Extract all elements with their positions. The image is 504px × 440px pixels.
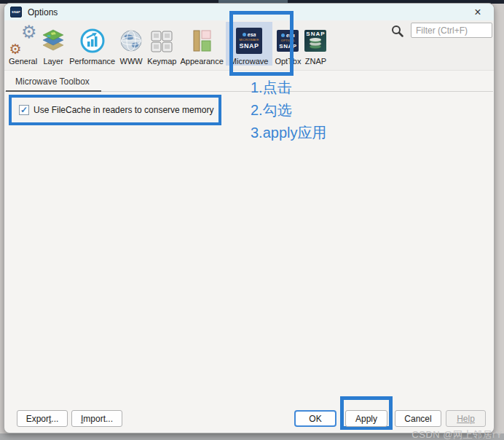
- toolbar-item-label: Keymap: [147, 57, 176, 66]
- toolbar-item-label: WWW: [120, 57, 143, 66]
- layers-icon: [41, 29, 66, 52]
- tab-microwave-toolbox[interactable]: Microwave Toolbox: [15, 76, 90, 87]
- import-button[interactable]: Import...: [71, 410, 122, 427]
- toolbar-item-microwave[interactable]: esa MICROWAVE SNAP Microwave: [226, 22, 273, 66]
- toolbar-item-label: General: [9, 57, 37, 66]
- toolbar-item-general[interactable]: ⚙⚙ General: [7, 22, 39, 66]
- keyboard-icon: [149, 28, 174, 53]
- window-title: Options: [28, 7, 58, 17]
- cancel-button[interactable]: Cancel: [395, 410, 441, 427]
- esa-snap-optical-icon: esa OPTICAL SNAP: [277, 30, 299, 52]
- annotation-steps: 1.点击 2.勾选 3.apply应用: [251, 76, 327, 144]
- search-icon: [391, 25, 403, 37]
- filecache-checkbox-row[interactable]: ✓ Use FileCache in readers to conserve m…: [19, 105, 213, 115]
- selected-tab-underline: [6, 90, 101, 92]
- options-dialog: SNAP Options × ⚙⚙ General Layer: [4, 3, 495, 433]
- toolbar-item-label: Layer: [43, 57, 63, 66]
- toolbar-item-label: Microwave: [230, 57, 269, 66]
- title-bar[interactable]: SNAP Options ×: [4, 4, 494, 20]
- toolbar-item-label: Appearance: [180, 57, 223, 66]
- toolbar-item-label: ZNAP: [305, 57, 326, 66]
- annotation-step-1: 1.点击: [251, 76, 327, 99]
- help-button[interactable]: Help: [446, 410, 486, 427]
- toolbar-item-layer[interactable]: Layer: [39, 22, 67, 66]
- toolbar-item-www[interactable]: WWW: [117, 22, 145, 66]
- globe-icon: [119, 28, 143, 53]
- annotation-step-3: 3.apply应用: [251, 122, 327, 144]
- performance-gauge-icon: [79, 28, 106, 54]
- checkbox-icon[interactable]: ✓: [19, 105, 29, 115]
- close-icon[interactable]: ×: [470, 5, 485, 20]
- esa-snap-microwave-icon: esa MICROWAVE SNAP: [236, 28, 262, 54]
- checkbox-highlight-rect: ✓ Use FileCache in readers to conserve m…: [9, 95, 221, 125]
- apply-button[interactable]: Apply: [345, 410, 387, 427]
- annotation-step-2: 2.勾选: [251, 99, 327, 122]
- toolbar-item-label: OptTbx: [275, 57, 301, 66]
- toolbar-item-appearance[interactable]: Appearance: [178, 22, 224, 66]
- toolbar-item-opttbx[interactable]: esa OPTICAL SNAP OptTbx: [273, 22, 302, 66]
- toolbar-item-label: Performance: [69, 57, 115, 66]
- toolbar-item-keymap[interactable]: Keymap: [146, 22, 178, 66]
- ok-button[interactable]: OK: [294, 410, 336, 427]
- snap-logo-icon: SNAP: [10, 7, 22, 17]
- export-button[interactable]: Export...: [17, 410, 68, 427]
- esa-dot: [281, 34, 285, 37]
- database-stack-icon: [308, 37, 323, 50]
- checkbox-label: Use FileCache in readers to conserve mem…: [34, 105, 213, 115]
- check-mark-icon: ✓: [20, 106, 28, 114]
- esa-dot: [243, 33, 246, 36]
- watermark: CSDN @网上邻居rY: [412, 428, 503, 440]
- toolbar-item-znap[interactable]: SNAP ZNAP: [303, 22, 328, 66]
- filter-input[interactable]: [411, 23, 492, 38]
- layout-icon: [191, 28, 213, 53]
- toolbar-item-performance[interactable]: Performance: [68, 22, 117, 66]
- gears-icon: ⚙⚙: [10, 28, 36, 54]
- snap-database-icon: SNAP: [304, 30, 326, 52]
